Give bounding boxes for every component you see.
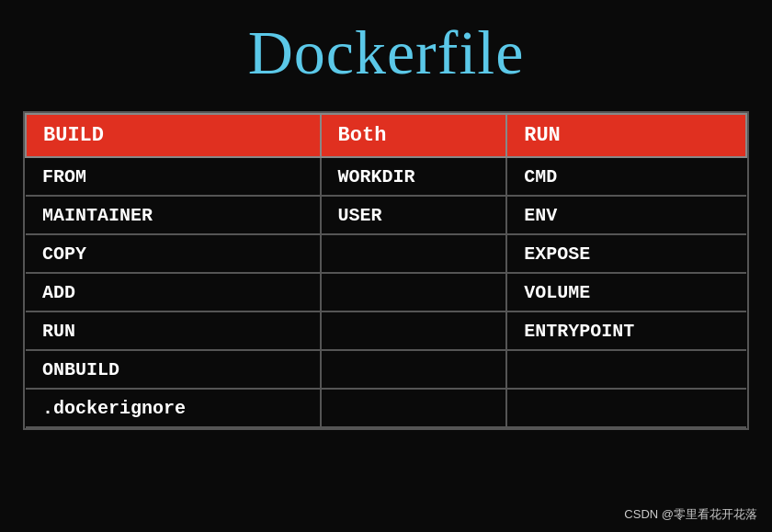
cell-r5-c1 <box>321 350 507 389</box>
cell-r6-c2 <box>506 389 746 427</box>
table-row: RUNENTRYPOINT <box>26 311 746 350</box>
table-row: .dockerignore <box>26 389 746 427</box>
cell-r3-c2: VOLUME <box>506 273 746 311</box>
cell-r1-c2: ENV <box>506 196 746 234</box>
cell-r2-c1 <box>321 234 507 273</box>
table-row: ONBUILD <box>26 350 746 389</box>
cell-r2-c0: COPY <box>26 234 321 273</box>
dockerfile-table: BUILD Both RUN FROMWORKDIRCMDMAINTAINERU… <box>23 111 749 430</box>
cell-r4-c2: ENTRYPOINT <box>506 311 746 350</box>
table-body: FROMWORKDIRCMDMAINTAINERUSERENVCOPYEXPOS… <box>26 157 746 427</box>
cell-r6-c0: .dockerignore <box>26 389 321 427</box>
cell-r1-c0: MAINTAINER <box>26 196 321 234</box>
cell-r4-c1 <box>321 311 507 350</box>
cell-r0-c1: WORKDIR <box>321 157 507 196</box>
page-title: Dockerfile <box>248 17 525 89</box>
table-row: FROMWORKDIRCMD <box>26 157 746 196</box>
col-header-build: BUILD <box>26 114 321 157</box>
table-row: COPYEXPOSE <box>26 234 746 273</box>
table-row: ADDVOLUME <box>26 273 746 311</box>
cell-r3-c0: ADD <box>26 273 321 311</box>
cell-r0-c2: CMD <box>506 157 746 196</box>
col-header-both: Both <box>321 114 507 157</box>
cell-r2-c2: EXPOSE <box>506 234 746 273</box>
col-header-run: RUN <box>506 114 746 157</box>
cell-r0-c0: FROM <box>26 157 321 196</box>
cell-r6-c1 <box>321 389 507 427</box>
watermark: CSDN @零里看花开花落 <box>624 506 757 523</box>
table-row: MAINTAINERUSERENV <box>26 196 746 234</box>
cell-r3-c1 <box>321 273 507 311</box>
cell-r4-c0: RUN <box>26 311 321 350</box>
cell-r1-c1: USER <box>321 196 507 234</box>
table-header: BUILD Both RUN <box>26 114 746 157</box>
cell-r5-c2 <box>506 350 746 389</box>
cell-r5-c0: ONBUILD <box>26 350 321 389</box>
